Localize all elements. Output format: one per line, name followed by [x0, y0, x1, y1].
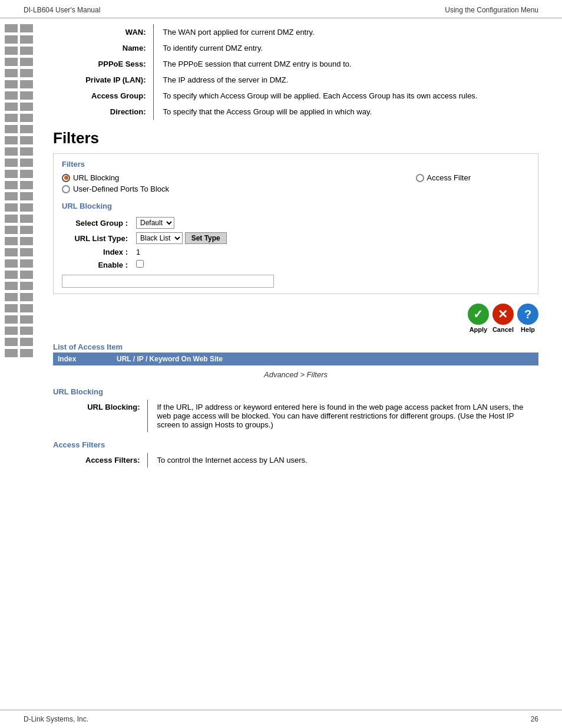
url-blocking-title: URL Blocking — [62, 202, 530, 210]
filters-box-title: Filters — [62, 160, 530, 169]
radio-dot-url-blocking — [62, 174, 70, 182]
header-right: Using the Configuration Menu — [445, 6, 538, 14]
page-header: DI-LB604 User's Manual Using the Configu… — [0, 0, 562, 18]
url-list-type-label: URL List Type: — [62, 230, 133, 246]
index-label: Index : — [62, 246, 133, 258]
url-input-field[interactable] — [62, 275, 274, 288]
direction-value: To specify that the Access Group will be… — [153, 104, 538, 120]
radio-url-blocking[interactable]: URL Blocking — [62, 173, 119, 182]
sidebar-bars — [5, 24, 42, 357]
table-row: Name: To identify current DMZ entry. — [53, 40, 538, 56]
direction-label: Direction: — [53, 104, 153, 120]
access-filters-label: Access Filters: — [53, 453, 147, 467]
select-group-cell: Default — [133, 215, 230, 230]
wan-value: The WAN port applied for current DMZ ent… — [153, 24, 538, 40]
sidebar — [0, 18, 47, 473]
wan-label: WAN: — [53, 24, 153, 40]
cancel-icon: ✕ — [492, 304, 514, 325]
radio-label-access-filter: Access Filter — [427, 173, 471, 182]
url-list-type-dropdown[interactable]: Black List White List — [136, 232, 183, 244]
table-row: URL Blocking: If the URL, IP address or … — [53, 400, 538, 432]
table-row: Access Filters: To control the Internet … — [53, 453, 538, 467]
col-index: Index — [53, 353, 112, 365]
enable-checkbox[interactable] — [136, 260, 144, 268]
table-row: Direction: To specify that the Access Gr… — [53, 104, 538, 120]
access-filters-desc-section: Access Filters Access Filters: To contro… — [53, 440, 538, 467]
access-list-title: List of Access Item — [53, 342, 538, 351]
access-filters-desc-title: Access Filters — [53, 440, 538, 449]
apply-action[interactable]: ✓ Apply — [468, 304, 489, 333]
form-row-index: Index : 1 — [62, 246, 230, 258]
select-group-dropdown[interactable]: Default — [136, 217, 174, 229]
table-row: WAN: The WAN port applied for current DM… — [53, 24, 538, 40]
private-ip-value: The IP address of the server in DMZ. — [153, 72, 538, 88]
radio-dot-user-defined — [62, 185, 70, 193]
filter-radio-row-2: User-Defined Ports To Block — [62, 185, 530, 193]
filters-box: Filters URL Blocking Access Filter Us — [53, 153, 538, 294]
table-row: PPPoE Sess: The PPPoE session that curre… — [53, 56, 538, 72]
access-filters-value: To control the Internet access by LAN us… — [147, 453, 538, 467]
dmz-definition-table: WAN: The WAN port applied for current DM… — [53, 24, 538, 120]
access-group-value: To specify which Access Group will be ap… — [153, 88, 538, 104]
footer-left: D-Link Systems, Inc. — [24, 715, 88, 723]
form-row-url-list-type: URL List Type: Black List White List Set… — [62, 230, 230, 246]
index-value: 1 — [133, 246, 230, 258]
url-blocking-desc-section: URL Blocking URL Blocking: If the URL, I… — [53, 387, 538, 432]
enable-label: Enable : — [62, 258, 133, 271]
access-group-label: Access Group: — [53, 88, 153, 104]
radio-user-defined[interactable]: User-Defined Ports To Block — [62, 185, 169, 193]
private-ip-label: Private IP (LAN): — [53, 72, 153, 88]
col-url: URL / IP / Keyword On Web Site — [112, 353, 538, 365]
radio-access-filter[interactable]: Access Filter — [416, 173, 471, 182]
url-blocking-field-value: If the URL, IP address or keyword entere… — [147, 400, 538, 432]
action-buttons: ✓ Apply ✕ Cancel ? Help — [53, 304, 538, 333]
access-filters-desc-table: Access Filters: To control the Internet … — [53, 453, 538, 467]
apply-label: Apply — [470, 326, 488, 333]
set-type-button[interactable]: Set Type — [185, 232, 227, 244]
page-footer: D-Link Systems, Inc. 26 — [0, 710, 562, 728]
filter-radio-row-1: URL Blocking Access Filter — [62, 173, 530, 182]
pppoe-label: PPPoE Sess: — [53, 56, 153, 72]
radio-dot-access-filter — [416, 174, 424, 182]
url-blocking-form: Select Group : Default URL List Type: — [62, 215, 230, 271]
form-row-enable: Enable : — [62, 258, 230, 271]
radio-label-url-blocking: URL Blocking — [73, 173, 119, 182]
header-left: DI-LB604 User's Manual — [24, 6, 100, 14]
access-list-table: Index URL / IP / Keyword On Web Site — [53, 353, 538, 365]
enable-checkbox-cell — [133, 258, 230, 271]
radio-label-user-defined: User-Defined Ports To Block — [73, 185, 169, 193]
help-icon: ? — [517, 304, 538, 325]
cancel-label: Cancel — [492, 326, 514, 333]
name-label: Name: — [53, 40, 153, 56]
name-value: To identify current DMZ entry. — [153, 40, 538, 56]
form-row-select-group: Select Group : Default — [62, 215, 230, 230]
page-caption: Advanced > Filters — [53, 370, 538, 379]
apply-icon: ✓ — [468, 304, 489, 325]
main-content: WAN: The WAN port applied for current DM… — [47, 18, 562, 473]
help-label: Help — [521, 326, 535, 333]
url-blocking-section: URL Blocking Select Group : Default — [62, 202, 530, 288]
url-list-type-cell: Black List White List Set Type — [133, 230, 230, 246]
help-action[interactable]: ? Help — [517, 304, 538, 333]
access-list-header-row: Index URL / IP / Keyword On Web Site — [53, 353, 538, 365]
url-blocking-desc-title: URL Blocking — [53, 387, 538, 396]
cancel-action[interactable]: ✕ Cancel — [492, 304, 514, 333]
select-group-label: Select Group : — [62, 215, 133, 230]
pppoe-value: The PPPoE session that current DMZ entry… — [153, 56, 538, 72]
url-blocking-field-label: URL Blocking: — [53, 400, 147, 432]
url-blocking-desc-table: URL Blocking: If the URL, IP address or … — [53, 400, 538, 432]
access-list-header: List of Access Item Index URL / IP / Key… — [53, 342, 538, 365]
footer-right: 26 — [531, 715, 538, 723]
filters-heading: Filters — [53, 129, 538, 147]
table-row: Private IP (LAN): The IP address of the … — [53, 72, 538, 88]
table-row: Access Group: To specify which Access Gr… — [53, 88, 538, 104]
